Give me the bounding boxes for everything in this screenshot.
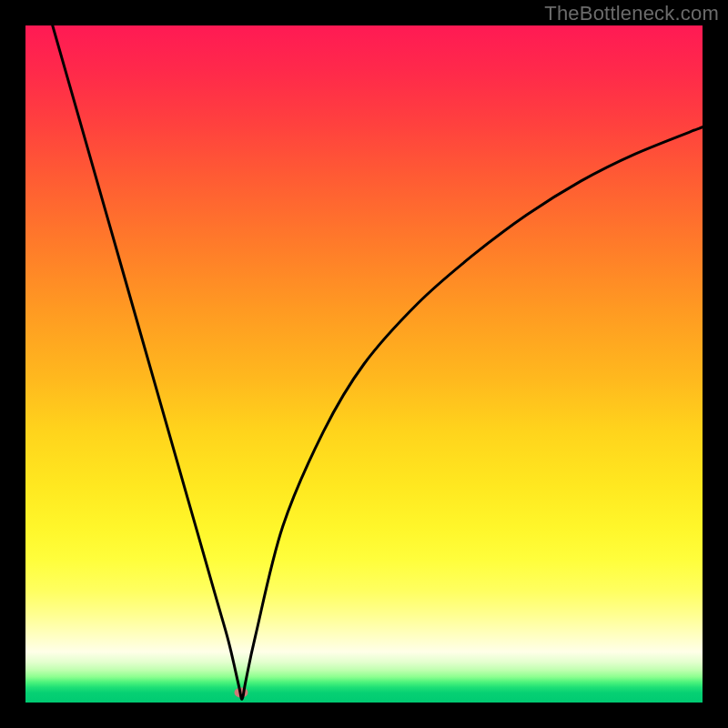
bottleneck-curve-path [53,25,703,699]
plot-area [25,25,703,703]
bottleneck-curve-svg [25,25,703,703]
chart-frame: TheBottleneck.com [0,0,728,728]
watermark-text: TheBottleneck.com [544,2,719,25]
